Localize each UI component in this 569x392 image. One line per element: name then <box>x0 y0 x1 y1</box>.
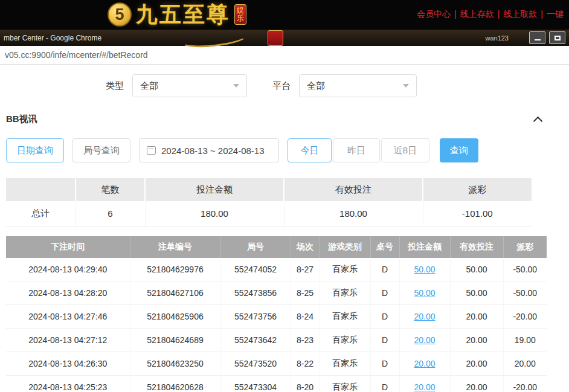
cell-bet-amount: 20.00 <box>399 329 450 352</box>
address-bar[interactable]: v05.cc:9900/infe/mcenter/#/betRecord <box>0 46 569 65</box>
chevron-down-icon <box>233 84 239 88</box>
summary-valid-bet: 180.00 <box>284 201 423 227</box>
cell-payout: -20.00 <box>503 305 547 329</box>
table-row: 2024-08-13 04:27:46521804625906552473756… <box>6 305 547 329</box>
cell-round-no: 552473304 <box>220 376 291 392</box>
top-link[interactable]: 一键 <box>547 9 564 19</box>
cell-round-no: 552473856 <box>220 281 291 305</box>
cell-payout: -20.00 <box>503 376 547 392</box>
summary-count: 6 <box>76 201 145 227</box>
bet-header-cell: 场次 <box>291 236 320 258</box>
cell-time: 2024-08-13 04:29:40 <box>6 258 130 281</box>
bet-header-cell: 注单编号 <box>130 236 220 258</box>
bet-amount-link[interactable]: 20.00 <box>414 359 435 368</box>
cell-payout: 19.00 <box>503 329 547 352</box>
summary-header-cell: 笔数 <box>76 178 145 201</box>
round-query-tab[interactable]: 局号查询 <box>72 138 130 162</box>
cell-time: 2024-08-13 04:28:20 <box>6 281 130 305</box>
site-header: 5 九五至尊 娱乐 会员中心|线上存款|线上取款|一键 <box>0 0 569 29</box>
cell-time: 2024-08-13 04:26:30 <box>6 352 130 376</box>
section-title: BB视讯 <box>6 114 37 125</box>
bet-amount-link[interactable]: 50.00 <box>414 288 435 298</box>
table-row: 2024-08-13 04:26:30521804623250552473520… <box>6 352 547 376</box>
cell-payout: -50.00 <box>503 258 547 281</box>
table-row: 2024-08-13 04:28:20521804627106552473856… <box>6 281 547 305</box>
table-row: 2024-08-13 04:25:23521804620628552473304… <box>6 376 547 392</box>
bet-header-cell: 下注时间 <box>6 236 130 258</box>
cell-order-no: 521804625906 <box>130 305 220 329</box>
bet-amount-link[interactable]: 20.00 <box>414 335 435 345</box>
cell-order-no: 521804620628 <box>130 376 220 392</box>
cell-table-no: D <box>370 376 399 392</box>
cell-order-no: 521804623250 <box>130 352 220 376</box>
maximize-button[interactable] <box>549 31 565 44</box>
bet-amount-link[interactable]: 50.00 <box>414 265 435 274</box>
main-content: 类型 全部 平台 全部 BB视讯 日期查询 局号查询 2024-08-13 ~ … <box>0 65 569 392</box>
top-link[interactable]: 线上取款 <box>503 9 537 19</box>
summary-table: 笔数投注金额有效投注派彩 总计 6 180.00 180.00 -101.00 <box>6 178 532 227</box>
summary-header-cell <box>6 178 76 201</box>
bet-amount-link[interactable]: 20.00 <box>414 312 435 321</box>
bet-header-cell: 派彩 <box>503 236 547 258</box>
cell-valid-bet: 20.00 <box>450 352 503 376</box>
table-row: 2024-08-13 04:27:12521804624689552473642… <box>6 329 547 352</box>
bet-table-header-row: 下注时间注单编号局号场次游戏类别桌号投注金额有效投注派彩 <box>6 236 547 258</box>
cell-game-type: 百家乐 <box>320 258 370 281</box>
cell-valid-bet: 20.00 <box>450 329 503 352</box>
cell-valid-bet: 50.00 <box>450 258 503 281</box>
bet-header-cell: 投注金额 <box>399 236 450 258</box>
minimize-icon <box>535 39 541 40</box>
logo-entertainment-badge: 娱乐 <box>234 4 246 25</box>
summary-total-row: 总计 6 180.00 180.00 -101.00 <box>6 201 532 227</box>
window-title-bar: mber Center - Google Chrome wan123 <box>0 29 569 46</box>
link-separator: | <box>498 9 500 19</box>
cell-session: 8-20 <box>291 376 320 392</box>
summary-payout: -101.00 <box>423 201 532 227</box>
last-8-days-button[interactable]: 近8日 <box>381 138 429 162</box>
date-query-tab[interactable]: 日期查询 <box>6 138 64 162</box>
cell-bet-amount: 20.00 <box>399 376 450 392</box>
chevron-down-icon <box>403 84 409 88</box>
date-range-value: 2024-08-13 ~ 2024-08-13 <box>161 146 265 156</box>
today-button[interactable]: 今日 <box>288 138 332 162</box>
date-range-input[interactable]: 2024-08-13 ~ 2024-08-13 <box>139 138 279 162</box>
cell-payout: -50.00 <box>503 281 547 305</box>
bet-amount-link[interactable]: 20.00 <box>414 382 435 392</box>
minimize-button[interactable] <box>529 31 545 44</box>
section-header: BB视讯 <box>6 114 541 125</box>
cell-valid-bet: 20.00 <box>450 305 503 329</box>
cell-time: 2024-08-13 04:27:12 <box>6 329 130 352</box>
summary-bet-amount: 180.00 <box>145 201 284 227</box>
cell-table-no: D <box>370 329 399 352</box>
cell-round-no: 552473642 <box>220 329 291 352</box>
type-filter-select[interactable]: 全部 <box>132 74 247 97</box>
link-separator: | <box>454 9 457 19</box>
platform-filter-label: 平台 <box>272 80 291 92</box>
cell-table-no: D <box>370 281 399 305</box>
yesterday-button[interactable]: 昨日 <box>333 138 380 162</box>
summary-header-cell: 有效投注 <box>284 178 423 201</box>
bet-records-table: 下注时间注单编号局号场次游戏类别桌号投注金额有效投注派彩 2024-08-13 … <box>6 236 547 392</box>
platform-filter-select[interactable]: 全部 <box>299 74 417 97</box>
bet-header-cell: 游戏类别 <box>320 236 370 258</box>
cell-session: 8-27 <box>291 258 320 281</box>
site-logo: 5 九五至尊 娱乐 <box>108 0 246 30</box>
cell-round-no: 552473756 <box>220 305 291 329</box>
cell-table-no: D <box>370 305 399 329</box>
cell-time: 2024-08-13 04:25:23 <box>6 376 130 392</box>
logo-coin-icon: 5 <box>108 2 132 27</box>
collapse-chevron-up-icon[interactable] <box>533 117 543 126</box>
top-link[interactable]: 线上存款 <box>460 9 494 19</box>
logo-text: 九五至尊 <box>136 0 230 30</box>
table-row: 2024-08-13 04:29:40521804629976552474052… <box>6 258 547 281</box>
type-filter-value: 全部 <box>140 80 158 92</box>
url-text[interactable]: v05.cc:9900/infe/mcenter/#/betRecord <box>5 50 148 60</box>
search-button[interactable]: 查询 <box>440 138 478 162</box>
summary-header-cell: 投注金额 <box>145 178 284 201</box>
cell-table-no: D <box>370 352 399 376</box>
cell-table-no: D <box>370 258 399 281</box>
top-link[interactable]: 会员中心 <box>417 9 451 19</box>
cell-payout: 20.00 <box>503 352 547 376</box>
cell-bet-amount: 50.00 <box>399 258 450 281</box>
calendar-icon <box>147 146 156 155</box>
